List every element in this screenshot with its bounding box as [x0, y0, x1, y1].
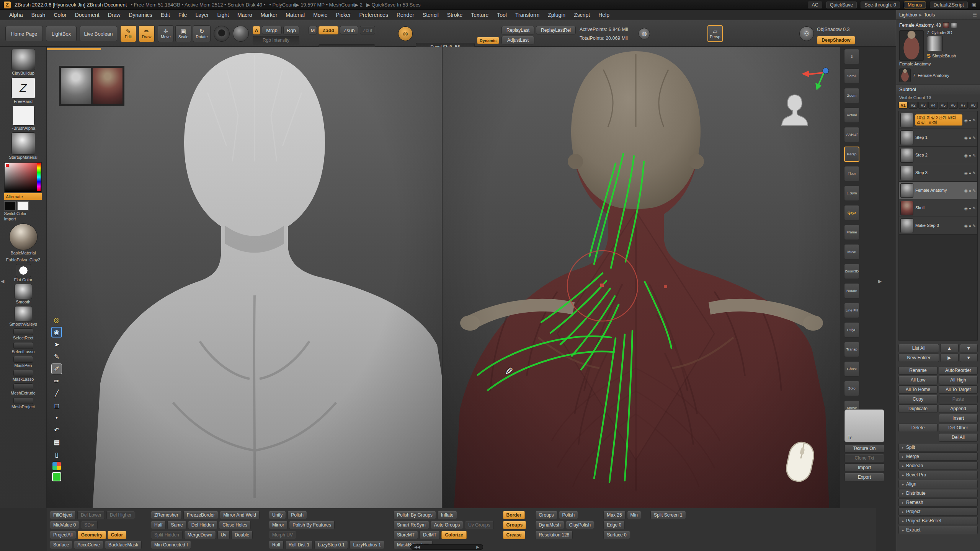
ac-button[interactable]: AC — [808, 2, 822, 8]
menu-help[interactable]: Help — [595, 11, 613, 19]
all-to-home-button[interactable]: All To Home — [898, 385, 938, 394]
subtool-tab-v6[interactable]: V6 — [949, 102, 958, 109]
polypaint-icon[interactable]: ● — [969, 206, 971, 210]
subtool-tab-v5[interactable]: V5 — [939, 102, 948, 109]
highlighter-icon[interactable]: ✐ — [51, 364, 62, 374]
subtool-tab-v1[interactable]: V1 — [898, 102, 908, 109]
subtool-section-split[interactable]: Split — [898, 443, 978, 452]
rightshelf-floor-button[interactable]: Floor — [844, 166, 859, 181]
draw-button[interactable]: ✏Draw — [139, 25, 155, 42]
split-screen-1-button[interactable]: Split Screen 1 — [650, 511, 686, 519]
lightbox-button[interactable]: LightBox — [46, 26, 77, 41]
rightshelf-line-fill-button[interactable]: Line Fill — [844, 303, 859, 318]
subtool-tab-v7[interactable]: V7 — [959, 102, 968, 109]
orientation-gizmo[interactable] — [796, 65, 831, 93]
left-tray-collapse-arrow[interactable]: ◀ — [1, 279, 4, 284]
subtool-item-7[interactable]: Make Step 0◉●✎ — [899, 217, 977, 235]
eye-icon[interactable]: ◉ — [51, 327, 62, 337]
border-button[interactable]: Border — [503, 511, 525, 519]
storemt-button[interactable]: StoreMT — [394, 531, 418, 539]
menu-tool[interactable]: Tool — [493, 11, 511, 19]
palette-menu-icon[interactable]: ☰ — [973, 12, 977, 18]
sidebar-item-meshproject[interactable]: MeshProject — [6, 397, 40, 409]
mirror-and-weld-button[interactable]: Mirror And Weld — [220, 511, 260, 519]
inflate-button[interactable]: Inflate — [438, 511, 457, 519]
visibility-eye-icon[interactable]: ◉ — [964, 153, 968, 158]
menu-macro[interactable]: Macro — [234, 11, 256, 19]
polish-button[interactable]: Polish — [287, 511, 307, 519]
stroke-icon[interactable]: ◎ — [398, 26, 413, 41]
zremesher-button[interactable]: ZRemesher — [151, 511, 182, 519]
line-icon[interactable]: ╱ — [51, 388, 62, 399]
menu-edit[interactable]: Edit — [157, 11, 174, 19]
home-page-button[interactable]: Home Page — [5, 26, 43, 41]
replay-last-button[interactable]: ReplayLast — [501, 26, 534, 34]
pen-icon[interactable]: ✎ — [51, 351, 62, 362]
insert-button[interactable]: Insert — [939, 414, 978, 422]
visibility-eye-icon[interactable]: ◉ — [964, 135, 968, 140]
sculpt-icon[interactable]: ✎ — [972, 135, 976, 140]
document-canvas[interactable]: ◎◉➤✎✐✏╱◻•↶▤▯ ✎ — [47, 47, 840, 508]
menu-texture[interactable]: Texture — [467, 11, 492, 19]
sculpt-icon[interactable]: ✎ — [972, 223, 976, 228]
sidebar-item-fabiopaiva-clay2[interactable]: FabioPaiva_Clay2 — [6, 257, 40, 262]
subtool-down-button[interactable]: ▼ — [960, 344, 978, 352]
all-low-button[interactable]: All Low — [898, 376, 938, 384]
rightshelf-move-button[interactable]: Move — [844, 244, 859, 259]
recent-tool-thumb[interactable] — [951, 22, 957, 28]
rightshelf-persp-button[interactable]: Persp — [844, 147, 859, 162]
rgb-intensity-slider[interactable]: Rgb Intensity — [253, 36, 299, 44]
clipboard-icon[interactable]: ▤ — [51, 437, 62, 448]
sidebar-item-startupmaterial[interactable]: StartupMaterial — [9, 132, 38, 160]
projectall-button[interactable]: ProjectAll — [50, 531, 76, 539]
menu-zplugin[interactable]: Zplugin — [544, 11, 569, 19]
polypaint-icon[interactable]: ● — [969, 135, 971, 140]
half-button[interactable]: Half — [151, 521, 166, 529]
subtool-palette-header[interactable]: Subtool — [896, 85, 980, 94]
import-button[interactable]: Import — [844, 463, 884, 472]
subtool-tab-v2[interactable]: V2 — [908, 102, 918, 109]
resolution-128-button[interactable]: Resolution 128 — [535, 531, 573, 539]
right-tray-collapse-arrow[interactable]: ▶ — [878, 279, 882, 284]
subtool-section-extract[interactable]: Extract — [898, 526, 978, 534]
visibility-eye-icon[interactable]: ◉ — [964, 171, 968, 175]
polish-by-features-button[interactable]: Polish By Features — [289, 521, 335, 529]
mergedown-button[interactable]: MergeDown — [184, 531, 216, 539]
sidebar-item-selectlasso[interactable]: SelectLasso — [6, 342, 40, 354]
lightbox-menu-button[interactable]: Lightbox — [899, 12, 917, 18]
rightshelf-rotate-button[interactable]: Rotate — [844, 283, 859, 298]
rightshelf-solo-button[interactable]: Solo — [844, 381, 859, 396]
move-button[interactable]: ✛Move — [158, 25, 174, 42]
subtool-section-project[interactable]: Project — [898, 507, 978, 516]
sidebar-item-freehand[interactable]: ZFreeHand — [9, 77, 38, 104]
menu-movie[interactable]: Movie — [309, 11, 331, 19]
hue-strip[interactable] — [37, 163, 41, 191]
canvas-left-view[interactable] — [47, 47, 442, 508]
sculpt-icon[interactable]: ✎ — [972, 188, 976, 193]
visibility-eye-icon[interactable]: ◉ — [964, 206, 968, 210]
menu-alpha[interactable]: Alpha — [5, 11, 27, 19]
roll-dist-1-button[interactable]: Roll Dist 1 — [285, 541, 313, 549]
subtool-section-boolean[interactable]: Boolean — [898, 461, 978, 470]
menu-transform[interactable]: Transform — [511, 11, 543, 19]
m-button[interactable]: M — [309, 26, 317, 34]
menu-light[interactable]: Light — [214, 11, 233, 19]
sidebar-item-meshextrude[interactable]: MeshExtrude — [6, 383, 40, 395]
colorize-button[interactable]: Colorize — [441, 531, 466, 539]
menu-draw[interactable]: Draw — [104, 11, 124, 19]
groups-button[interactable]: Groups — [503, 521, 526, 529]
see-through-slider[interactable]: See-through: 0 — [861, 2, 900, 8]
polypaint-icon[interactable]: ● — [969, 223, 971, 228]
color-picker[interactable]: Alternate SwitchColor Import — [4, 162, 42, 222]
replay-last-rel-button[interactable]: ReplayLastRel — [536, 26, 576, 34]
sculpt-icon[interactable]: ✎ — [972, 206, 976, 210]
recent-tool-thumb[interactable] — [943, 22, 949, 28]
menu-layer[interactable]: Layer — [192, 11, 213, 19]
adjust-last-button[interactable]: AdjustLast — [501, 36, 534, 44]
subtool-tab-v4[interactable]: V4 — [928, 102, 938, 109]
uv-button[interactable]: Uv — [217, 531, 230, 539]
sculpt-icon[interactable]: ✎ — [972, 118, 976, 122]
all-to-target-button[interactable]: All To Target — [939, 385, 978, 394]
secondary-color-swatch[interactable] — [17, 201, 29, 210]
rightshelf-ghost-button[interactable]: Ghost — [844, 361, 859, 377]
